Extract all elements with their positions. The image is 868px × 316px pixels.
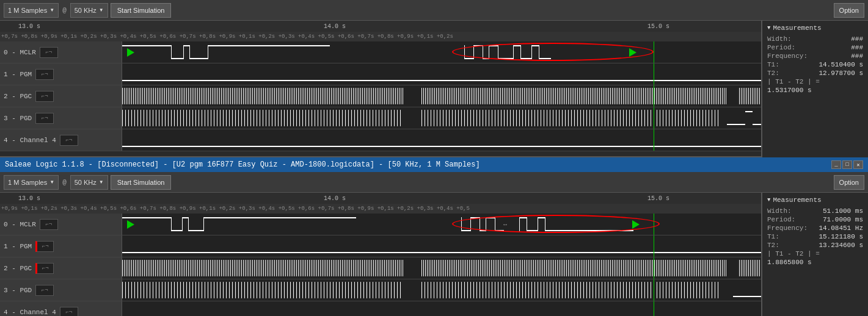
meas-width-label-b: Width: bbox=[767, 207, 792, 215]
pgd-b-dense1 bbox=[122, 282, 403, 298]
top-ruler-minor: +0,7s +0,8s +0,9s +0,1s +0,2s +0,3s +0,4… bbox=[0, 32, 868, 41]
signal-label-pgc: 2 - PGC ⌐¬ bbox=[0, 85, 122, 107]
mclr-v9 bbox=[498, 45, 498, 59]
top-signal-area: 0 - MCLR ⌐¬ bbox=[0, 41, 868, 151]
mclr-b-pulse6 bbox=[538, 217, 545, 218]
mclr-v2 bbox=[183, 45, 184, 59]
bottom-panel: 1 M Samples ▼ @ 50 KHz ▼ Start Simulatio… bbox=[0, 172, 868, 316]
mclr-b-v7 bbox=[480, 217, 480, 231]
meas-t1-value: 14.510400 s bbox=[819, 61, 863, 68]
meas-period-label: Period: bbox=[767, 44, 795, 51]
freq-label: 50 KHz bbox=[75, 7, 97, 14]
meas-t1-value-b: 15.121180 s bbox=[819, 233, 863, 240]
signal-name-pgc: 2 - PGC bbox=[4, 93, 32, 100]
signal-icon-pgm-b: ⌐¬ bbox=[35, 241, 54, 252]
bottom-toolbar: 1 M Samples ▼ @ 50 KHz ▼ Start Simulatio… bbox=[0, 172, 868, 193]
mclr-b-v8 bbox=[486, 217, 486, 231]
play-marker-end bbox=[629, 48, 636, 57]
signal-row-pgd-b: 3 - PGD ⌐¬ bbox=[0, 279, 868, 301]
title-bar: Saleae Logic 1.1.8 - [Disconnected] - [U… bbox=[0, 157, 868, 172]
signal-label-pgd: 3 - PGD ⌐¬ bbox=[0, 107, 122, 129]
ruler-minor-text: +0,7s +0,8s +0,9s +0,1s +0,2s +0,3s +0,4… bbox=[1, 34, 453, 40]
meas-period-bottom: Period: 71.0000 ms bbox=[767, 216, 863, 223]
signal-icon-pgd: ⌐¬ bbox=[35, 113, 54, 124]
vline-ch4 bbox=[654, 129, 654, 151]
restore-button[interactable]: □ bbox=[842, 160, 852, 169]
mclr-low1 bbox=[171, 58, 183, 59]
mclr-b-v11 bbox=[527, 217, 527, 231]
close-button[interactable]: ✕ bbox=[853, 160, 863, 169]
mclr-b-v10 bbox=[519, 217, 520, 231]
vline-pgc bbox=[654, 85, 654, 107]
at-label-bottom: @ bbox=[61, 179, 68, 186]
samples-label: 1 M Samples bbox=[8, 7, 47, 14]
samples-dropdown-bottom[interactable]: 1 M Samples ▼ bbox=[4, 175, 59, 190]
mclr-b-pulse2 bbox=[182, 217, 188, 218]
signal-icon-pgc: ⌐¬ bbox=[35, 91, 54, 102]
pgc-dense2 bbox=[421, 88, 727, 104]
samples-dropdown[interactable]: 1 M Samples ▼ bbox=[4, 3, 59, 18]
freq-dropdown[interactable]: 50 KHz ▼ bbox=[70, 3, 108, 18]
start-simulation-button-bottom[interactable]: Start Simulation bbox=[111, 175, 172, 190]
mclr-pulse4 bbox=[489, 45, 498, 46]
meas-freq-bottom: Frequency: 14.08451 Hz bbox=[767, 224, 863, 232]
vline-pgd-b bbox=[654, 279, 654, 301]
signal-track-pgd bbox=[122, 107, 868, 129]
mclr-low2 bbox=[189, 58, 208, 59]
mclr-pulse2 bbox=[183, 45, 189, 46]
vline-pgm bbox=[654, 63, 654, 85]
meas-freq-value: ### bbox=[851, 52, 863, 60]
start-simulation-button[interactable]: Start Simulation bbox=[111, 3, 172, 18]
mclr-b-v13 bbox=[545, 217, 545, 231]
meas-diff-value-b: 1.8865800 s bbox=[767, 259, 863, 266]
mclr-low5 bbox=[498, 58, 513, 59]
pgc-b-dense1 bbox=[122, 260, 403, 276]
meas-width-value-b: 51.1000 ms bbox=[823, 207, 863, 215]
freq-arrow-icon-bottom: ▼ bbox=[99, 179, 104, 185]
measurements-panel-bottom: Measurements Width: 51.1000 ms Period: 7… bbox=[761, 193, 868, 316]
option-button-bottom[interactable]: Option bbox=[834, 175, 864, 190]
meas-diff-label-b: | T1 - T2 | = bbox=[767, 250, 863, 257]
mclr-v6 bbox=[473, 45, 474, 59]
mclr-b-low1 bbox=[171, 230, 182, 231]
meas-t1-label: T1: bbox=[767, 61, 779, 68]
mclr-b-low3 bbox=[461, 230, 470, 231]
signal-track-pgd-b bbox=[122, 279, 868, 301]
mclr-b-high2 bbox=[203, 217, 356, 218]
ruler-major-2: 14.0 s bbox=[324, 23, 346, 30]
meas-diff-bottom: | T1 - T2 | = 1.8865800 s bbox=[767, 250, 863, 266]
pgm-flat bbox=[122, 80, 868, 81]
pgd-low1 bbox=[727, 124, 745, 125]
samples-arrow-icon-bottom: ▼ bbox=[49, 179, 54, 185]
minimize-button[interactable]: _ bbox=[831, 160, 841, 169]
mclr-b-pulse5 bbox=[519, 217, 527, 218]
option-button[interactable]: Option bbox=[834, 3, 864, 18]
meas-t1-top: T1: 14.510400 s bbox=[767, 61, 863, 68]
pgd-dense2 bbox=[421, 110, 721, 126]
meas-t2-bottom: T2: 13.234600 s bbox=[767, 242, 863, 249]
pgm-b-flat bbox=[122, 252, 868, 253]
window-controls: _ □ ✕ bbox=[831, 160, 863, 169]
mclr-v3 bbox=[189, 45, 190, 59]
freq-dropdown-bottom[interactable]: 50 KHz ▼ bbox=[70, 175, 108, 190]
mclr-b-v6 bbox=[470, 217, 471, 231]
meas-t2-value-b: 13.234600 s bbox=[819, 242, 863, 249]
signal-label-ch4-b: 4 - Channel 4 ⌐¬ bbox=[0, 301, 122, 316]
signal-track-pgc bbox=[122, 85, 868, 107]
freq-label-bottom: 50 KHz bbox=[75, 179, 97, 186]
signal-label-pgm-b: 1 - PGM ⌐¬ bbox=[0, 235, 122, 257]
signal-row-pgm-b: 1 - PGM ⌐¬ bbox=[0, 235, 868, 257]
signal-row-mclr: 0 - MCLR ⌐¬ bbox=[0, 41, 868, 63]
mclr-v12 bbox=[531, 45, 532, 59]
meas-t2-label-b: T2: bbox=[767, 242, 779, 249]
mclr-v13 bbox=[539, 45, 539, 59]
meas-diff-top: | T1 - T2 | = 1.5317000 s bbox=[767, 78, 863, 94]
mclr-low7 bbox=[539, 58, 551, 59]
mclr-v5 bbox=[464, 45, 465, 59]
vline-ch4-b bbox=[654, 301, 654, 316]
meas-t2-top: T2: 12.978700 s bbox=[767, 70, 863, 77]
mclr-v1 bbox=[171, 45, 172, 59]
bottom-signal-area: 0 - MCLR ⌐¬ bbox=[0, 214, 868, 316]
mclr-pulse6 bbox=[531, 45, 539, 46]
mclr-pulse5 bbox=[513, 45, 520, 46]
